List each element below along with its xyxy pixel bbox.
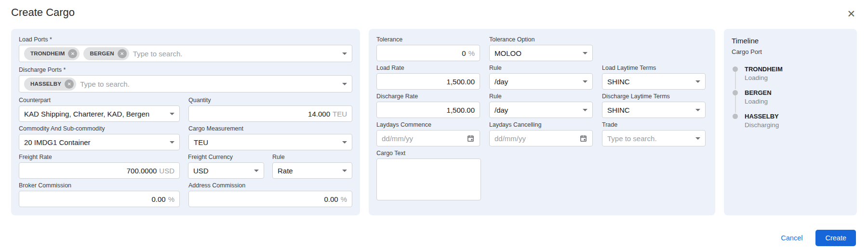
load-rate-input[interactable]: 1,500.00: [376, 73, 480, 90]
load-rule-select[interactable]: /day: [489, 73, 593, 90]
chevron-down-icon: [342, 170, 347, 172]
load-ports-input[interactable]: TRONDHEIM ✕ BERGEN ✕ Type to search.: [19, 45, 352, 62]
port-chip-label: TRONDHEIM: [30, 51, 65, 56]
port-chip-label: HASSELBY: [30, 81, 61, 87]
timeline-port: HASSELBY: [745, 113, 779, 120]
laydays-cancelling-label: Laydays Cancelling: [489, 122, 593, 128]
load-rule-value: /day: [494, 78, 508, 86]
port-chip[interactable]: BERGEN ✕: [83, 47, 129, 60]
commodity-field: Commodity And Sub-commodity 20 IMDG1 Con…: [19, 126, 180, 150]
load-laytime-terms-select[interactable]: SHINC: [602, 73, 706, 90]
laydays-commence-input[interactable]: dd/mm/yy: [376, 130, 480, 146]
freight-rate-currency: USD: [159, 167, 174, 175]
counterpart-label: Counterpart: [19, 97, 180, 104]
freight-rate-field: Freight Rate 700.0000 USD: [19, 154, 180, 179]
timeline-rail: [733, 89, 738, 113]
freight-rate-label: Freight Rate: [19, 154, 180, 160]
cargo-text-input[interactable]: [376, 158, 481, 200]
timeline-item: BERGEN Loading: [733, 89, 849, 113]
trade-field: Trade Type to search.: [602, 122, 706, 146]
calendar-icon[interactable]: [579, 134, 588, 143]
timeline-dot-icon: [733, 90, 738, 95]
load-ports-field: Load Ports * TRONDHEIM ✕ BERGEN ✕ Type t…: [19, 37, 352, 62]
cargo-measurement-label: Cargo Measurement: [188, 126, 352, 132]
trade-placeholder: Type to search.: [607, 134, 657, 143]
modal-header: Create Cargo ✕: [0, 0, 868, 29]
form-panels: Load Ports * TRONDHEIM ✕ BERGEN ✕ Type t…: [0, 29, 868, 215]
laydays-cancelling-placeholder: dd/mm/yy: [494, 134, 526, 143]
load-laytime-terms-value: SHINC: [607, 78, 630, 86]
quantity-unit: TEU: [333, 110, 347, 118]
chevron-down-icon: [342, 141, 347, 144]
tolerance-value: 0: [462, 49, 466, 57]
tolerance-unit: %: [468, 49, 475, 57]
timeline-rail: [733, 113, 738, 136]
laydays-cancelling-field: Laydays Cancelling dd/mm/yy: [489, 122, 593, 146]
chip-remove-icon[interactable]: ✕: [68, 49, 77, 58]
cargo-measurement-select[interactable]: TEU: [188, 134, 352, 150]
freight-rate-input[interactable]: 700.0000 USD: [19, 162, 180, 179]
broker-commission-input[interactable]: 0.00 %: [19, 191, 180, 207]
port-chip[interactable]: TRONDHEIM ✕: [24, 47, 80, 60]
discharge-laytime-terms-label: Discharge Laytime Terms: [602, 93, 706, 100]
discharge-ports-placeholder: Type to search.: [80, 80, 130, 88]
discharge-ports-input[interactable]: HASSELBY ✕ Type to search.: [19, 75, 352, 92]
discharge-rate-input[interactable]: 1,500.00: [376, 102, 480, 118]
freight-currency-select[interactable]: USD: [188, 162, 264, 179]
broker-commission-field: Broker Commission 0.00 %: [19, 183, 180, 207]
load-rule-field: Rule /day: [489, 65, 593, 90]
tolerance-option-label: Tolerance Option: [489, 37, 593, 43]
timeline-port: BERGEN: [745, 89, 772, 96]
freight-rule-field: Rule Rate: [272, 154, 352, 179]
quantity-value: 14.000: [308, 110, 330, 118]
port-chip[interactable]: HASSELBY ✕: [24, 78, 76, 91]
timeline-rail: [733, 66, 738, 89]
chip-remove-icon[interactable]: ✕: [65, 79, 74, 89]
laydays-cancelling-input[interactable]: dd/mm/yy: [489, 130, 593, 146]
discharge-rate-field: Discharge Rate 1,500.00: [376, 93, 480, 118]
quantity-input[interactable]: 14.000 TEU: [188, 105, 352, 122]
discharge-laytime-terms-value: SHINC: [607, 106, 630, 114]
tolerance-input[interactable]: 0 %: [376, 45, 480, 61]
timeline-item: HASSELBY Discharging: [733, 113, 849, 136]
close-icon[interactable]: ✕: [847, 9, 855, 19]
commodity-value: 20 IMDG1 Container: [24, 138, 91, 146]
page-title: Create Cargo: [11, 6, 75, 19]
quantity-field: Quantity 14.000 TEU: [188, 97, 352, 122]
timeline-activity: Discharging: [745, 121, 779, 129]
chip-remove-icon[interactable]: ✕: [118, 49, 127, 58]
discharge-laytime-terms-select[interactable]: SHINC: [602, 102, 706, 118]
chevron-down-icon: [170, 141, 174, 144]
calendar-icon[interactable]: [467, 134, 475, 143]
chevron-down-icon: [695, 109, 700, 111]
cargo-details-panel: Load Ports * TRONDHEIM ✕ BERGEN ✕ Type t…: [11, 29, 360, 215]
broker-commission-unit: %: [168, 195, 174, 203]
load-laytime-terms-field: Load Laytime Terms SHINC: [602, 65, 706, 90]
freight-rule-value: Rate: [278, 167, 293, 175]
terms-panel: Tolerance 0 % Tolerance Option MOLOO: [369, 29, 715, 215]
create-button[interactable]: Create: [815, 230, 856, 246]
chevron-down-icon: [170, 113, 174, 115]
counterpart-select[interactable]: KAD Shipping, Charterer, KAD, Bergen: [19, 105, 180, 122]
timeline-subtitle: Cargo Port: [732, 48, 849, 55]
timeline-port: TRONDHEIM: [745, 66, 783, 73]
discharge-ports-label: Discharge Ports *: [19, 67, 352, 73]
chevron-down-icon: [695, 137, 700, 140]
chevron-down-icon: [583, 80, 588, 83]
trade-select[interactable]: Type to search.: [602, 130, 706, 146]
tolerance-option-field: Tolerance Option MOLOO: [489, 37, 593, 61]
load-rate-value: 1,500.00: [447, 78, 475, 86]
tolerance-option-select[interactable]: MOLOO: [489, 45, 593, 61]
cancel-button[interactable]: Cancel: [781, 234, 802, 242]
freight-rule-select[interactable]: Rate: [272, 162, 352, 179]
chevron-down-icon: [254, 170, 259, 172]
laydays-commence-label: Laydays Commence: [376, 122, 480, 128]
cargo-text-field: Cargo Text: [376, 150, 708, 200]
commodity-select[interactable]: 20 IMDG1 Container: [19, 134, 180, 150]
address-commission-input[interactable]: 0.00 %: [188, 191, 352, 207]
timeline-title: Timeline: [732, 37, 849, 45]
timeline-dot-icon: [733, 66, 738, 72]
load-laytime-terms-label: Load Laytime Terms: [602, 65, 706, 71]
chevron-down-icon: [695, 80, 700, 83]
discharge-rule-select[interactable]: /day: [489, 102, 593, 118]
